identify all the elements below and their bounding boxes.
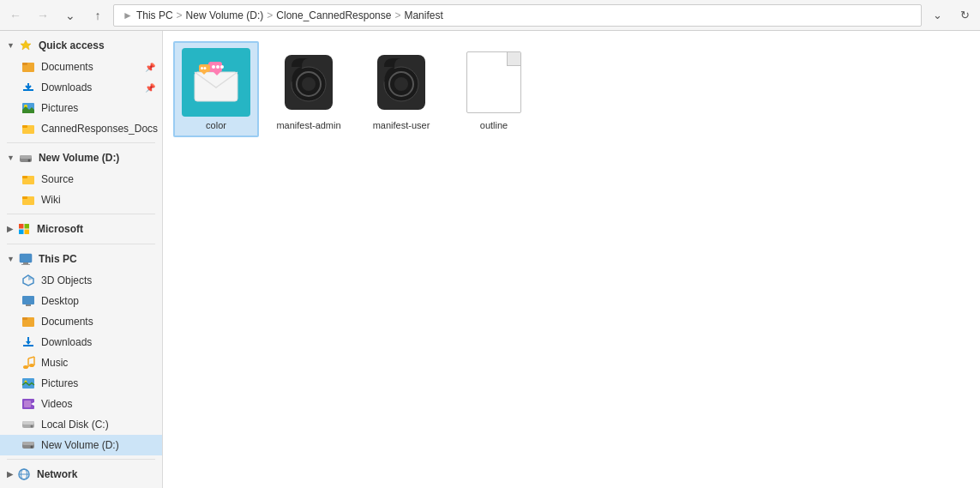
quick-access-icon (18, 39, 33, 52)
svg-rect-12 (20, 155, 32, 159)
new-volume-d-pc-label: New Volume (D:) (41, 439, 119, 451)
this-pc-label: This PC (39, 253, 77, 265)
svg-marker-6 (26, 87, 31, 89)
svg-marker-33 (26, 341, 31, 345)
pictures-pc-label: Pictures (41, 377, 78, 389)
svg-point-49 (31, 446, 33, 449)
svg-point-69 (394, 77, 408, 91)
svg-point-13 (27, 160, 30, 162)
3d-objects-label: 3D Objects (41, 274, 92, 286)
chevron-icon-3: ▶ (7, 225, 13, 233)
svg-point-46 (31, 425, 33, 428)
color-label: color (206, 120, 226, 130)
svg-marker-0 (21, 40, 31, 50)
sidebar-item-desktop[interactable]: Desktop (0, 291, 162, 311)
sidebar-item-source[interactable]: Source (0, 169, 162, 190)
pin-icon-2: 📌 (145, 83, 155, 93)
svg-rect-19 (25, 224, 30, 229)
3d-objects-icon (21, 274, 36, 287)
music-icon (21, 356, 36, 370)
svg-rect-15 (22, 176, 27, 178)
documents-icon (21, 60, 36, 74)
file-item-manifest-user[interactable]: manifest-user (358, 41, 444, 137)
svg-rect-42 (24, 401, 31, 407)
file-item-outline[interactable]: outline (451, 41, 537, 137)
wiki-folder-icon (21, 193, 36, 207)
address-bar: ← → ⌄ ↑ ► This PC > New Volume (D:) > Cl… (0, 0, 980, 31)
pictures-label: Pictures (41, 102, 78, 114)
breadcrumb-manifest[interactable]: Manifest (404, 9, 442, 21)
documents-label: Documents (41, 61, 93, 73)
svg-point-35 (29, 364, 34, 367)
sidebar-item-music[interactable]: Music (0, 352, 162, 373)
up-button[interactable]: ↑ (86, 3, 110, 27)
sidebar-item-pictures-pc[interactable]: Pictures (0, 373, 162, 394)
this-pc-icon (18, 252, 33, 266)
sidebar-item-pictures-qa[interactable]: Pictures (0, 98, 162, 118)
svg-rect-22 (20, 254, 32, 262)
breadcrumb-new-volume[interactable]: New Volume (D:) (186, 9, 264, 21)
manifest-admin-label: manifest-admin (276, 120, 340, 130)
network-icon (16, 467, 32, 481)
svg-point-61 (201, 67, 203, 69)
network-label: Network (37, 468, 77, 480)
chevron-icon: ▼ (7, 41, 15, 50)
wiki-label: Wiki (41, 194, 61, 206)
sidebar-item-local-disk-c[interactable]: Local Disk (C:) (0, 414, 162, 435)
sidebar-item-downloads-pc[interactable]: Downloads (0, 332, 162, 352)
refresh-button[interactable]: ↻ (953, 3, 977, 27)
drive-icon (18, 151, 33, 165)
sidebar-item-canned-responses[interactable]: CannedResponses_Docs (0, 118, 162, 139)
canned-folder-icon (21, 122, 36, 136)
quick-access-label: Quick access (39, 39, 105, 51)
breadcrumb-clone[interactable]: Clone_CannedResponse (276, 9, 391, 21)
videos-icon (21, 397, 36, 411)
sidebar-section-new-volume[interactable]: ▼ New Volume (D:) (0, 147, 162, 169)
svg-rect-21 (25, 230, 30, 235)
separator-4 (7, 459, 155, 460)
chevron-icon-2: ▼ (7, 154, 15, 162)
sidebar-item-videos[interactable]: Videos (0, 394, 162, 414)
svg-rect-48 (22, 442, 34, 445)
chevron-icon-5: ▶ (7, 470, 13, 479)
recent-button[interactable]: ⌄ (58, 3, 82, 27)
chevron-icon-4: ▼ (7, 255, 15, 263)
sidebar-item-3d-objects[interactable]: 3D Objects (0, 270, 162, 291)
address-dropdown-button[interactable]: ⌄ (925, 3, 949, 27)
svg-point-57 (216, 65, 219, 69)
svg-point-65 (302, 77, 316, 91)
documents-pc-label: Documents (41, 316, 93, 328)
file-item-manifest-admin[interactable]: manifest-admin (266, 41, 352, 137)
desktop-icon (21, 294, 36, 308)
pictures-pc-icon (21, 377, 36, 390)
separator-1 (7, 142, 155, 143)
svg-rect-23 (23, 262, 28, 264)
source-label: Source (41, 173, 74, 185)
svg-point-62 (204, 67, 207, 69)
svg-rect-28 (26, 304, 31, 306)
forward-button[interactable]: → (31, 3, 55, 27)
svg-rect-18 (19, 224, 24, 229)
content-area: color manifest-admin (163, 31, 980, 488)
svg-rect-17 (22, 196, 27, 199)
sidebar-item-new-volume-d-pc[interactable]: New Volume (D:) (0, 435, 162, 455)
svg-rect-10 (22, 125, 27, 128)
sidebar-item-downloads-qa[interactable]: Downloads 📌 (0, 77, 162, 98)
breadcrumb[interactable]: ► This PC > New Volume (D:) > Clone_Cann… (113, 4, 922, 27)
music-label: Music (41, 357, 68, 369)
microsoft-icon (16, 222, 32, 236)
sidebar-section-quick-access[interactable]: ▼ Quick access (0, 34, 162, 57)
sidebar-section-this-pc[interactable]: ▼ This PC (0, 248, 162, 270)
svg-point-58 (220, 65, 224, 69)
sidebar-item-documents-pc[interactable]: Documents (0, 311, 162, 332)
downloads-pc-label: Downloads (41, 336, 92, 348)
sidebar-item-documents-qa[interactable]: Documents 📌 (0, 57, 162, 77)
outline-label: outline (480, 120, 508, 130)
local-disk-c-label: Local Disk (C:) (41, 419, 109, 431)
sidebar-section-microsoft[interactable]: ▶ Microsoft (0, 218, 162, 240)
file-item-color[interactable]: color (173, 41, 259, 137)
sidebar-section-network[interactable]: ▶ Network (0, 463, 162, 485)
sidebar-item-wiki[interactable]: Wiki (0, 190, 162, 210)
breadcrumb-this-pc[interactable]: This PC (136, 9, 173, 21)
back-button[interactable]: ← (3, 3, 27, 27)
